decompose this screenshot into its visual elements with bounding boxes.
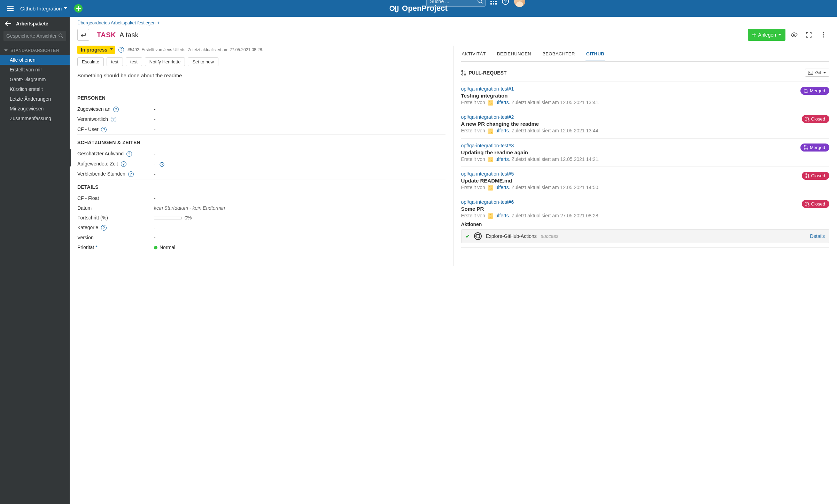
tab-github[interactable]: GITHUB: [586, 49, 605, 61]
field-value[interactable]: -: [154, 225, 156, 231]
wp-description[interactable]: Something should be done about the readm…: [77, 72, 445, 78]
field-value[interactable]: -: [154, 171, 156, 177]
custom-action-button[interactable]: Escalate: [77, 57, 104, 66]
field-value[interactable]: kein Startdatum - kein Endtermin: [154, 205, 225, 211]
help-icon[interactable]: ?: [101, 225, 107, 231]
pr-repo-link[interactable]: opf/qa-integration-test#1: [461, 86, 514, 92]
pr-state-badge: Merged: [800, 144, 829, 152]
help-icon[interactable]: ?: [101, 127, 107, 132]
svg-point-13: [59, 34, 62, 37]
user-avatar-icon: [488, 100, 493, 106]
back-arrow-icon[interactable]: [5, 21, 11, 26]
user-avatar-icon: [488, 129, 493, 134]
search-input[interactable]: [426, 0, 486, 7]
quick-add-button[interactable]: [74, 4, 83, 13]
more-menu-button[interactable]: [817, 29, 829, 41]
back-button[interactable]: [77, 29, 89, 41]
help-icon[interactable]: ?: [121, 161, 126, 167]
pr-repo-link[interactable]: opf/qa-integration-test#6: [461, 199, 514, 205]
field-value[interactable]: -: [154, 235, 156, 240]
pr-user-link[interactable]: ulferts: [496, 100, 509, 105]
custom-action-button[interactable]: Set to new: [188, 57, 218, 66]
field-value[interactable]: -: [154, 117, 156, 122]
modules-icon[interactable]: [490, 0, 497, 5]
svg-point-26: [805, 117, 806, 118]
sidebar-collapse-handle[interactable]: [68, 149, 71, 166]
svg-rect-9: [493, 3, 494, 5]
pr-repo-link[interactable]: opf/qa-integration-test#3: [461, 143, 514, 148]
tab-beobachter[interactable]: BEOBACHTER: [542, 49, 576, 61]
pr-title: Testing integration: [461, 93, 830, 99]
sidebar-item[interactable]: Alle offenen: [0, 55, 70, 65]
action-details-link[interactable]: Details: [810, 233, 825, 239]
custom-action-button[interactable]: Notify Henriette: [145, 57, 185, 66]
pr-user-link[interactable]: ulferts: [496, 156, 509, 162]
field-value[interactable]: -: [154, 161, 164, 166]
sidebar-item[interactable]: Mir zugewiesen: [0, 104, 70, 114]
svg-point-33: [805, 177, 806, 178]
hamburger-menu-icon[interactable]: [3, 6, 17, 11]
watch-button[interactable]: [788, 29, 800, 41]
help-icon[interactable]: ?: [118, 47, 124, 53]
tab-beziehungen[interactable]: BEZIEHUNGEN: [496, 49, 532, 61]
chevron-down-icon: [778, 34, 781, 36]
help-icon[interactable]: ?: [502, 0, 509, 5]
field-value[interactable]: -: [154, 195, 156, 201]
saved-views-search-input[interactable]: [3, 31, 66, 41]
field-row: Verbleibende Stunden ?-: [77, 169, 445, 179]
pr-user-link[interactable]: ulferts: [496, 213, 509, 218]
user-avatar[interactable]: [514, 0, 525, 7]
chevron-down-icon: [64, 7, 67, 9]
sidebar-item[interactable]: Erstellt von mir: [0, 65, 70, 75]
field-label: Geschätzter Aufwand ?: [77, 151, 154, 157]
field-value[interactable]: Normal: [154, 245, 175, 250]
wp-type[interactable]: TASK: [97, 31, 116, 39]
search-icon[interactable]: [477, 0, 483, 4]
field-value[interactable]: -: [154, 127, 156, 132]
svg-point-35: [805, 202, 806, 203]
git-dropdown[interactable]: Git: [805, 69, 829, 77]
kebab-icon: [823, 32, 824, 38]
help-icon[interactable]: ?: [113, 107, 119, 112]
field-row: Geschätzter Aufwand ?-: [77, 149, 445, 159]
sidebar-section-header[interactable]: STANDARDANSICHTEN: [0, 45, 70, 55]
pr-repo-link[interactable]: opf/qa-integration-test#2: [461, 114, 514, 120]
help-icon[interactable]: ?: [126, 151, 132, 157]
field-value[interactable]: -: [154, 151, 156, 157]
svg-rect-8: [490, 3, 492, 5]
check-icon: ✔: [466, 233, 470, 239]
sidebar-item[interactable]: Gantt-Diagramm: [0, 75, 70, 84]
pr-meta: Erstellt von ulferts. Zuletzt aktualisie…: [461, 185, 830, 191]
user-avatar-icon: [488, 157, 493, 162]
tab-aktivität[interactable]: AKTIVITÄT: [461, 49, 487, 61]
help-icon[interactable]: ?: [111, 117, 116, 122]
sidebar-title: Arbeitspakete: [16, 21, 48, 26]
fullscreen-button[interactable]: [803, 29, 815, 41]
create-button[interactable]: Anlegen: [748, 29, 785, 41]
pr-meta: Erstellt von ulferts. Zuletzt aktualisie…: [461, 156, 830, 162]
sidebar-item[interactable]: Letzte Änderungen: [0, 94, 70, 104]
pr-user-link[interactable]: ulferts: [496, 128, 509, 133]
project-selector[interactable]: Github Integration: [17, 6, 70, 11]
field-value[interactable]: -: [154, 107, 156, 112]
svg-point-24: [804, 92, 805, 93]
status-selector[interactable]: In progress: [77, 46, 115, 54]
custom-action-button[interactable]: test: [107, 57, 123, 66]
help-icon[interactable]: ?: [128, 171, 134, 177]
set-parent-link[interactable]: Übergeordnetes Arbeitspaket festlegen: [77, 20, 156, 25]
sidebar-item[interactable]: Zusammenfassung: [0, 114, 70, 123]
pr-state-badge: Closed: [802, 200, 829, 208]
custom-action-button[interactable]: test: [126, 57, 142, 66]
pr-repo-link[interactable]: opf/qa-integration-test#5: [461, 171, 514, 177]
progress-bar: [154, 217, 182, 219]
wp-subject[interactable]: A task: [119, 31, 138, 39]
field-row: CF - User ?-: [77, 124, 445, 134]
search-icon[interactable]: [58, 33, 63, 38]
sidebar-item[interactable]: Kürzlich erstellt: [0, 84, 70, 94]
pr-user-link[interactable]: ulferts: [496, 185, 509, 190]
pr-state-badge: Closed: [802, 115, 829, 123]
field-row: Datumkein Startdatum - kein Endtermin: [77, 203, 445, 213]
terminal-icon: [808, 71, 813, 75]
sidebar: Arbeitspakete STANDARDANSICHTEN Alle off…: [0, 17, 70, 504]
field-value[interactable]: 0%: [154, 215, 192, 220]
